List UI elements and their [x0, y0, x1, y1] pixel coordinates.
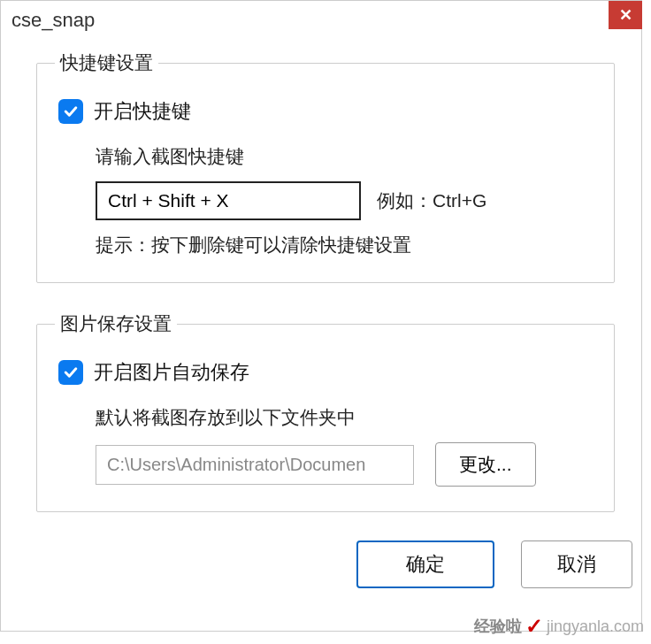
enable-hotkey-checkbox[interactable]	[58, 99, 83, 124]
enable-hotkey-row: 开启快捷键	[58, 98, 593, 125]
watermark-check-icon: ✓	[525, 614, 543, 639]
watermark-brand: 经验啦	[474, 616, 522, 637]
enable-hotkey-label: 开启快捷键	[94, 98, 191, 125]
hotkey-input[interactable]	[96, 181, 361, 220]
save-details: 默认将截图存放到以下文件夹中 更改...	[96, 405, 593, 487]
ok-button[interactable]: 确定	[356, 540, 494, 588]
hotkey-fieldset: 快捷键设置 开启快捷键 请输入截图快捷键 例如：Ctrl+G 提示：按下删除键可…	[36, 50, 615, 283]
enable-autosave-row: 开启图片自动保存	[58, 359, 593, 386]
settings-window: cse_snap ✕ 快捷键设置 开启快捷键 请输入截图快捷键 例如：Ctrl+…	[0, 0, 642, 632]
enable-autosave-label: 开启图片自动保存	[94, 359, 249, 386]
save-path-label: 默认将截图存放到以下文件夹中	[96, 405, 593, 430]
cancel-button[interactable]: 取消	[521, 540, 632, 588]
watermark-site: jingyanla.com	[547, 617, 644, 636]
save-fieldset: 图片保存设置 开启图片自动保存 默认将截图存放到以下文件夹中 更改...	[36, 311, 615, 512]
save-legend: 图片保存设置	[55, 311, 177, 336]
hotkey-hint: 提示：按下删除键可以清除快捷键设置	[96, 233, 593, 257]
check-icon	[62, 364, 80, 381]
save-path-row: 更改...	[96, 442, 593, 487]
content-area: 快捷键设置 开启快捷键 请输入截图快捷键 例如：Ctrl+G 提示：按下删除键可…	[1, 40, 641, 588]
save-path-input[interactable]	[96, 445, 414, 485]
change-path-button[interactable]: 更改...	[435, 442, 536, 487]
hotkey-input-row: 例如：Ctrl+G	[96, 181, 593, 220]
hotkey-details: 请输入截图快捷键 例如：Ctrl+G 提示：按下删除键可以清除快捷键设置	[96, 144, 593, 257]
titlebar: cse_snap ✕	[1, 1, 641, 40]
watermark: 经验啦 ✓ jingyanla.com	[474, 614, 644, 639]
hotkey-example: 例如：Ctrl+G	[377, 188, 486, 213]
hotkey-input-label: 请输入截图快捷键	[96, 144, 593, 169]
close-button[interactable]: ✕	[609, 1, 642, 29]
close-icon: ✕	[619, 5, 632, 25]
enable-autosave-checkbox[interactable]	[58, 360, 83, 385]
window-title: cse_snap	[11, 9, 95, 32]
dialog-buttons: 确定 取消	[36, 540, 615, 588]
hotkey-legend: 快捷键设置	[55, 50, 158, 75]
check-icon	[62, 103, 80, 120]
